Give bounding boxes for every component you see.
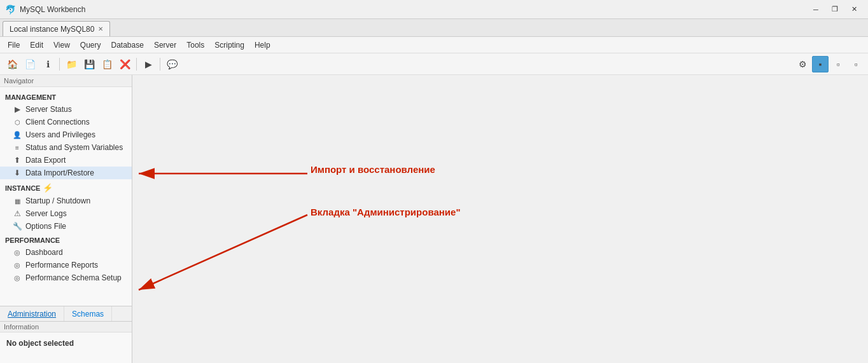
annotations-svg [132,75,868,363]
toolbar-right: ⚙ ▪ ▫ ▫ [794,56,864,72]
maximize-button[interactable]: ❐ [826,1,844,18]
toolbar: 🏠 📄 ℹ 📁 💾 📋 ❌ ▶ 💬 ⚙ ▪ ▫ ▫ [0,53,868,75]
menu-view[interactable]: View [48,38,75,52]
menu-help[interactable]: Help [249,38,276,52]
nav-performance-schema[interactable]: ◎ Performance Schema Setup [0,271,132,284]
perf-schema-icon: ◎ [13,274,22,282]
toolbar-settings[interactable]: ⚙ [794,56,811,72]
toolbar-sep3 [160,58,160,71]
annotation-admin: Вкладка "Администрирование" [311,207,461,217]
nav-data-import[interactable]: ⬇ Data Import/Restore [0,167,132,179]
window-controls: ─ ❐ ✕ [807,1,863,18]
toolbar-sep1 [59,58,60,71]
close-button[interactable]: ✕ [845,1,863,18]
info-header: Information [0,322,132,332]
nav-client-connections[interactable]: ⬡ Client Connections [0,116,132,128]
toolbar-view1[interactable]: ▪ [812,56,829,72]
toolbar-save[interactable]: 💾 [81,56,97,72]
bottom-tabs: Administration Schemas [0,306,132,321]
nav-data-export[interactable]: ⬆ Data Export [0,154,132,167]
server-status-icon: ▶ [13,105,22,114]
menu-tools[interactable]: Tools [181,38,209,52]
tab-label: Local instance MySQL80 [10,25,94,34]
toolbar-close[interactable]: ❌ [116,56,133,72]
toolbar-save-as[interactable]: 📋 [99,56,115,72]
navigator-label: Navigator [4,77,34,85]
menu-query[interactable]: Query [75,38,106,52]
tab-bar: Local instance MySQL80 ✕ [0,19,868,37]
annotation-import: Импорт и восстановление [311,164,435,175]
toolbar-view2[interactable]: ▫ [830,56,846,72]
toolbar-comment[interactable]: 💬 [164,56,180,72]
tab-administration[interactable]: Administration [0,306,64,321]
nav-status-variables[interactable]: ≡ Status and System Variables [0,141,132,154]
nav-performance-reports[interactable]: ◎ Performance Reports [0,259,132,271]
nav-users-privileges[interactable]: 👤 Users and Privileges [0,128,132,141]
users-icon: 👤 [13,131,22,139]
instance-tab[interactable]: Local instance MySQL80 ✕ [3,21,110,36]
nav-content: MANAGEMENT ▶ Server Status ⬡ Client Conn… [0,87,132,306]
toolbar-sep2 [136,58,137,71]
sidebar: Navigator MANAGEMENT ▶ Server Status ⬡ C… [0,75,132,363]
dashboard-icon: ◎ [13,249,22,257]
status-icon: ≡ [13,144,22,151]
startup-icon: ▦ [13,198,22,205]
content-area: Импорт и восстановление Вкладка "Админис… [132,75,868,363]
options-icon: 🔧 [13,222,22,231]
section-management: MANAGEMENT [0,90,132,103]
menu-server[interactable]: Server [149,38,181,52]
section-performance: PERFORMANCE [0,233,132,246]
svg-line-3 [139,215,307,290]
nav-server-status[interactable]: ▶ Server Status [0,103,132,116]
info-content: No object selected [0,332,132,363]
toolbar-run[interactable]: ▶ [140,56,157,72]
toolbar-view3[interactable]: ▫ [848,56,864,72]
perf-reports-icon: ◎ [13,261,22,270]
section-instance: INSTANCE ⚡ [0,179,132,195]
logs-icon: ⚠ [13,209,22,218]
instance-warning-icon: ⚡ [43,183,53,193]
toolbar-new-connection[interactable]: 📄 [22,56,38,72]
minimize-button[interactable]: ─ [807,1,825,18]
tab-close-button[interactable]: ✕ [98,25,103,32]
menu-database[interactable]: Database [106,38,149,52]
nav-options-file[interactable]: 🔧 Options File [0,220,132,233]
info-section: Information No object selected [0,321,132,363]
toolbar-info[interactable]: ℹ [39,56,56,72]
toolbar-home[interactable]: 🏠 [4,56,20,72]
import-icon: ⬇ [13,168,22,177]
export-icon: ⬆ [13,156,22,165]
menu-scripting[interactable]: Scripting [209,38,249,52]
nav-dashboard[interactable]: ◎ Dashboard [0,246,132,259]
client-connections-icon: ⬡ [13,119,22,126]
nav-startup-shutdown[interactable]: ▦ Startup / Shutdown [0,195,132,207]
app-icon: 🐬 [5,4,16,15]
tab-schemas[interactable]: Schemas [64,306,112,321]
menu-edit[interactable]: Edit [25,38,48,52]
menu-file[interactable]: File [3,38,25,52]
app-title: MySQL Workbench [20,5,807,14]
main-layout: Navigator MANAGEMENT ▶ Server Status ⬡ C… [0,75,868,363]
nav-server-logs[interactable]: ⚠ Server Logs [0,207,132,220]
navigator-header: Navigator [0,75,132,87]
toolbar-open[interactable]: 📁 [63,56,80,72]
menu-bar: File Edit View Query Database Server Too… [0,37,868,53]
titlebar: 🐬 MySQL Workbench ─ ❐ ✕ [0,0,868,19]
